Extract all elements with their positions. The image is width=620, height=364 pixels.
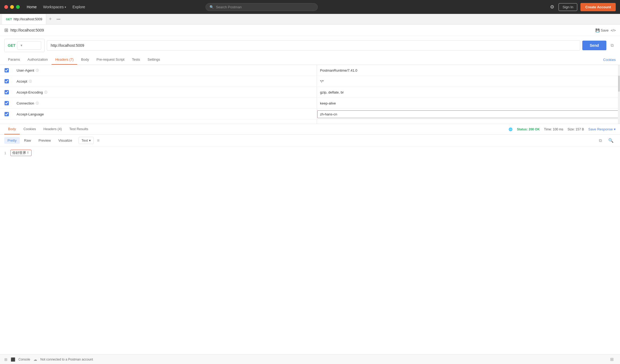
nav-home[interactable]: Home xyxy=(24,3,39,11)
header-key-1: User-Agent ⓘ xyxy=(13,66,317,75)
tab-settings[interactable]: Settings xyxy=(144,55,164,65)
new-tab-button[interactable]: + xyxy=(46,16,55,22)
header-checkbox-2[interactable] xyxy=(5,79,9,83)
save-button[interactable]: 💾 Save xyxy=(595,28,609,32)
header-check-3[interactable] xyxy=(0,90,13,94)
header-check-5[interactable] xyxy=(0,112,13,116)
response-panel: Body Cookies Headers (4) Test Results 🌐 … xyxy=(0,124,620,354)
headers-table: User-Agent ⓘ PostmanRuntime/7.41.0 Accep… xyxy=(0,65,620,124)
more-tabs-button[interactable]: ••• xyxy=(55,17,63,21)
tab-pre-request-script[interactable]: Pre-request Script xyxy=(93,55,128,65)
header-checkbox-4[interactable] xyxy=(5,101,9,105)
nav-explore[interactable]: Explore xyxy=(70,3,88,11)
copy-button[interactable]: ⧉ xyxy=(609,41,616,50)
response-tab-test-results[interactable]: Test Results xyxy=(65,124,92,134)
header-value-empty[interactable]: Value xyxy=(317,121,620,124)
header-row-accept-language: Accept-Language zh-hans-cn xyxy=(0,109,620,120)
url-input[interactable] xyxy=(47,40,580,51)
titlebar: Home Workspaces ▾ Explore 🔍 Search Postm… xyxy=(0,0,620,14)
copy-response-button[interactable]: ⧉ xyxy=(597,137,604,144)
connection-status: Not connected to a Postman account xyxy=(40,358,93,361)
format-tab-preview[interactable]: Preview xyxy=(35,137,54,144)
cloud-icon: ☁ xyxy=(33,357,37,362)
search-placeholder: Search Postman xyxy=(216,5,242,9)
scrollbar-thumb[interactable] xyxy=(618,76,620,92)
text-dropdown-chevron-icon: ▾ xyxy=(89,138,91,142)
header-check-2[interactable] xyxy=(0,79,13,83)
tab-body[interactable]: Body xyxy=(77,55,93,65)
tab-url: http://localhost:5009 xyxy=(14,17,42,21)
statusbar-right: ⊞ xyxy=(608,356,616,363)
header-key-3: Accept-Encoding ⓘ xyxy=(13,88,317,96)
layout-icon[interactable]: ⊞ xyxy=(4,357,7,362)
header-check-1[interactable] xyxy=(0,68,13,72)
search-bar[interactable]: 🔍 Search Postman xyxy=(206,3,318,11)
response-tab-cookies[interactable]: Cookies xyxy=(20,124,40,134)
info-icon-2: ⓘ xyxy=(29,79,32,83)
response-line-1: 1 你好世界！ xyxy=(4,150,616,156)
response-tab-headers[interactable]: Headers (4) xyxy=(40,124,66,134)
signin-button[interactable]: Sign In xyxy=(559,3,577,11)
header-check-4[interactable] xyxy=(0,101,13,105)
search-icon: 🔍 xyxy=(210,5,214,9)
tabbar: GET http://localhost:5009 + ••• xyxy=(0,14,620,25)
create-account-button[interactable]: Create Account xyxy=(580,3,616,11)
method-select[interactable]: GET ▾ xyxy=(4,39,45,52)
nav-workspaces[interactable]: Workspaces ▾ xyxy=(40,3,69,11)
statusbar: ⊞ ⬛ Console ☁ Not connected to a Postman… xyxy=(0,354,620,364)
format-tab-raw[interactable]: Raw xyxy=(21,137,34,144)
request-title: http://localhost:5009 xyxy=(10,28,593,32)
time-label: Time: 100 ms xyxy=(544,127,563,131)
tab-method: GET xyxy=(6,18,12,21)
info-icon-1: ⓘ xyxy=(36,68,39,72)
format-tab-pretty[interactable]: Pretty xyxy=(4,137,20,144)
workspaces-chevron-icon: ▾ xyxy=(65,6,66,9)
tab-params[interactable]: Params xyxy=(4,55,24,65)
response-tabs-row: Body Cookies Headers (4) Test Results 🌐 … xyxy=(0,124,620,135)
close-traffic-light[interactable] xyxy=(4,5,8,9)
url-bar-row: ⊞ http://localhost:5009 💾 Save </> xyxy=(0,25,620,36)
method-label: GET xyxy=(8,43,15,48)
code-button[interactable]: </> xyxy=(611,28,616,32)
statusbar-left: ⊞ ⬛ Console ☁ Not connected to a Postman… xyxy=(4,357,93,362)
save-icon: 💾 xyxy=(595,28,600,32)
nav-links: Home Workspaces ▾ Explore xyxy=(24,3,88,11)
request-tabs-nav: Params Authorization Headers (7) Body Pr… xyxy=(0,55,620,65)
split-view-button[interactable]: ⊞ xyxy=(608,356,616,363)
filter-button[interactable]: ≡ xyxy=(95,137,102,144)
header-checkbox-3[interactable] xyxy=(5,90,9,94)
header-key-5: Accept-Language xyxy=(13,110,317,118)
format-tab-visualize[interactable]: Visualize xyxy=(55,137,75,144)
tab-tests[interactable]: Tests xyxy=(128,55,144,65)
tab-headers[interactable]: Headers (7) xyxy=(52,55,78,65)
settings-gear-icon[interactable]: ⚙ xyxy=(549,3,555,11)
header-row-user-agent: User-Agent ⓘ PostmanRuntime/7.41.0 xyxy=(0,65,620,76)
info-icon-3: ⓘ xyxy=(44,90,47,94)
main-content: ⊞ http://localhost:5009 💾 Save </> GET ▾… xyxy=(0,25,620,354)
response-tab-body[interactable]: Body xyxy=(4,124,20,134)
active-request-tab[interactable]: GET http://localhost:5009 xyxy=(2,14,46,24)
cookies-link[interactable]: Cookies xyxy=(603,58,616,62)
minimize-traffic-light[interactable] xyxy=(10,5,14,9)
search-response-button[interactable]: 🔍 xyxy=(606,137,616,144)
save-response-button[interactable]: Save Response ▾ xyxy=(588,127,616,131)
maximize-traffic-light[interactable] xyxy=(16,5,20,9)
text-format-dropdown[interactable]: Text ▾ xyxy=(79,137,94,144)
header-checkbox-5[interactable] xyxy=(5,112,9,116)
header-checkbox-1[interactable] xyxy=(5,68,9,72)
header-key-2: Accept ⓘ xyxy=(13,77,317,86)
request-panel: ⊞ http://localhost:5009 💾 Save </> GET ▾… xyxy=(0,25,620,124)
tab-authorization[interactable]: Authorization xyxy=(24,55,52,65)
console-icon[interactable]: ⬛ xyxy=(11,357,15,362)
traffic-lights xyxy=(4,5,20,9)
console-label[interactable]: Console xyxy=(18,358,30,361)
send-button[interactable]: Send xyxy=(582,41,606,50)
header-row-connection: Connection ⓘ keep-alive xyxy=(0,98,620,109)
globe-icon: 🌐 xyxy=(509,127,513,131)
header-value-1: PostmanRuntime/7.41.0 xyxy=(317,66,620,75)
format-right-actions: ⧉ 🔍 xyxy=(597,137,616,144)
header-value-5-highlighted: zh-hans-cn xyxy=(317,110,620,118)
header-key-empty[interactable]: Key xyxy=(13,121,317,124)
header-row-accept: Accept ⓘ */* xyxy=(0,76,620,87)
format-tabs-row: Pretty Raw Preview Visualize Text ▾ ≡ ⧉ … xyxy=(0,135,620,146)
